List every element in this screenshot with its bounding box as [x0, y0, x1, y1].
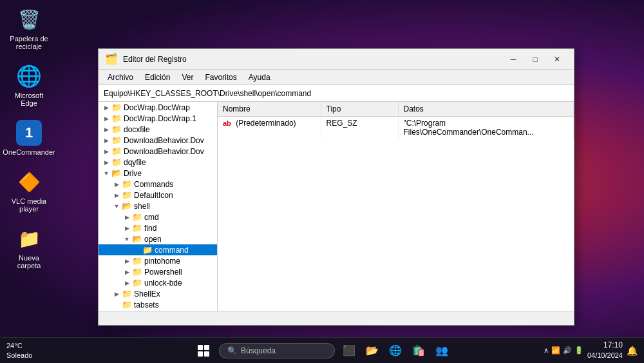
- tree-item-drive[interactable]: ▼ 📂 Drive: [99, 168, 217, 179]
- windows-logo-icon: [198, 345, 209, 357]
- taskbar-center: 🔍 Búsqueda ⬛ 📂 🌐 🛍️ 👥: [193, 340, 451, 361]
- tree-item-docwrap1[interactable]: ▶ 📁 DocWrap.DocWrap: [99, 102, 217, 113]
- col-tipo: Tipo: [321, 102, 398, 117]
- onecommander-icon[interactable]: 1 OneCommander: [6, 120, 52, 156]
- start-button[interactable]: [193, 340, 214, 361]
- weather-info: 24°C Soleado: [6, 341, 32, 360]
- address-path-text[interactable]: Equipo\HKEY_CLASSES_ROOT\Drive\shell\ope…: [104, 89, 569, 98]
- cell-tipo: REG_SZ: [321, 117, 398, 139]
- tree-item-downloadbehavior2[interactable]: ▶ 📁 DownloadBehavior.Dov: [99, 146, 217, 157]
- desktop: 🗑️ Papelera de reciclaje 🌐 Microsoft Edg…: [0, 0, 644, 363]
- desktop-icons: 🗑️ Papelera de reciclaje 🌐 Microsoft Edg…: [6, 6, 52, 270]
- tree-item-docxfile[interactable]: ▶ 📁 docxfile: [99, 124, 217, 135]
- taskbar-right: ∧ 📶 🔊 🔋 17:10 04/10/2024 🔔: [544, 340, 638, 360]
- window-titlebar: 🗂️ Editor del Registro ─ □ ✕: [99, 49, 574, 70]
- table-row[interactable]: ab (Predeterminado) REG_SZ "C:\Program F…: [218, 117, 574, 139]
- col-nombre: Nombre: [218, 102, 321, 117]
- tree-item-powershell[interactable]: ▶ 📁 Powershell: [99, 266, 217, 277]
- system-tray-icons: ∧ 📶 🔊 🔋: [544, 346, 583, 355]
- edge-icon[interactable]: 🌐 Microsoft Edge: [6, 63, 52, 107]
- menu-ver[interactable]: Ver: [176, 72, 198, 83]
- tree-item-tabsets[interactable]: 📁 tabsets: [99, 299, 217, 310]
- window-title: 🗂️ Editor del Registro: [105, 53, 187, 65]
- tree-item-pintohome[interactable]: ▶ 📁 pintohome: [99, 255, 217, 266]
- cell-datos: "C:\Program Files\OneCommander\OneComman…: [398, 117, 574, 139]
- tree-item-docwrap2[interactable]: ▶ 📁 DocWrap.DocWrap.1: [99, 113, 217, 124]
- tree-item-cmd[interactable]: ▶ 📁 cmd: [99, 211, 217, 222]
- status-bar: [99, 311, 574, 325]
- explorer-taskbar-icon[interactable]: 📂: [363, 342, 381, 360]
- col-datos: Datos: [398, 102, 574, 117]
- time-display: 17:10: [587, 340, 623, 351]
- registry-table: Nombre Tipo Datos ab (Predeterminado) RE…: [218, 102, 574, 139]
- tree-item-open[interactable]: ▼ 📂 open: [99, 233, 217, 244]
- battery-icon: 🔋: [574, 346, 583, 355]
- menu-favoritos[interactable]: Favoritos: [200, 72, 242, 83]
- volume-icon[interactable]: 🔊: [563, 346, 572, 355]
- date-display: 04/10/2024: [587, 351, 623, 360]
- tree-item-shellex[interactable]: ▶ 📁 ShellEx: [99, 288, 217, 299]
- search-placeholder: Búsqueda: [241, 346, 276, 355]
- window-title-text: Editor del Registro: [123, 55, 187, 64]
- close-button[interactable]: ✕: [547, 52, 567, 67]
- menu-ayuda[interactable]: Ayuda: [243, 72, 276, 83]
- ab-icon: ab: [223, 119, 231, 127]
- taskbar-left: 24°C Soleado: [6, 341, 32, 360]
- new-folder-icon[interactable]: 📁 Nueva carpeta: [6, 226, 52, 270]
- wifi-icon: 📶: [551, 346, 560, 355]
- tree-item-dqyfile[interactable]: ▶ 📁 dqyfile: [99, 157, 217, 168]
- menubar: Archivo Edición Ver Favoritos Ayuda: [99, 70, 574, 85]
- tree-item-command[interactable]: 📁 command: [99, 244, 217, 255]
- registry-icon: 🗂️: [105, 53, 118, 65]
- menu-edicion[interactable]: Edición: [140, 72, 175, 83]
- address-bar: Equipo\HKEY_CLASSES_ROOT\Drive\shell\ope…: [99, 85, 574, 102]
- clock[interactable]: 17:10 04/10/2024: [587, 340, 623, 360]
- cell-nombre: ab (Predeterminado): [218, 117, 321, 139]
- minimize-button[interactable]: ─: [503, 52, 524, 67]
- vlc-icon[interactable]: 🔶 VLC media player: [6, 169, 52, 213]
- window-body: ▶ 📁 DocWrap.DocWrap ▶ 📁 DocWrap.DocWrap.…: [99, 102, 574, 311]
- teams-taskbar-icon[interactable]: 👥: [433, 342, 451, 360]
- tree-item-defaulticon[interactable]: ▶ 📁 DefaultIcon: [99, 190, 217, 201]
- window-controls: ─ □ ✕: [503, 52, 567, 67]
- recycle-bin-icon[interactable]: 🗑️ Papelera de reciclaje: [6, 6, 52, 50]
- search-bar[interactable]: 🔍 Búsqueda: [219, 343, 335, 358]
- tree-item-find[interactable]: ▶ 📁 find: [99, 222, 217, 233]
- search-icon: 🔍: [227, 346, 237, 355]
- temperature: 24°C Soleado: [6, 341, 32, 360]
- tree-item-shell[interactable]: ▼ 📂 shell: [99, 201, 217, 211]
- registry-editor-window: 🗂️ Editor del Registro ─ □ ✕ Archivo Edi…: [98, 48, 574, 326]
- terminal-taskbar-icon[interactable]: ⬛: [340, 342, 358, 360]
- store-taskbar-icon[interactable]: 🛍️: [410, 342, 428, 360]
- tree-item-unlockbde[interactable]: ▶ 📁 unlock-bde: [99, 277, 217, 288]
- edge-taskbar-icon[interactable]: 🌐: [386, 342, 404, 360]
- tree-item-commands[interactable]: ▶ 📁 Commands: [99, 179, 217, 190]
- taskbar: 24°C Soleado 🔍 Búsqueda ⬛ 📂 🌐 🛍️ 👥 ∧ 📶: [0, 337, 644, 363]
- notification-icon[interactable]: 🔔: [627, 346, 638, 356]
- tree-panel[interactable]: ▶ 📁 DocWrap.DocWrap ▶ 📁 DocWrap.DocWrap.…: [99, 102, 218, 311]
- menu-archivo[interactable]: Archivo: [102, 72, 138, 83]
- maximize-button[interactable]: □: [525, 52, 545, 67]
- chevron-up-icon[interactable]: ∧: [544, 346, 549, 355]
- tree-item-downloadbehavior1[interactable]: ▶ 📁 DownloadBehavior.Dov: [99, 135, 217, 146]
- detail-panel: Nombre Tipo Datos ab (Predeterminado) RE…: [218, 102, 574, 311]
